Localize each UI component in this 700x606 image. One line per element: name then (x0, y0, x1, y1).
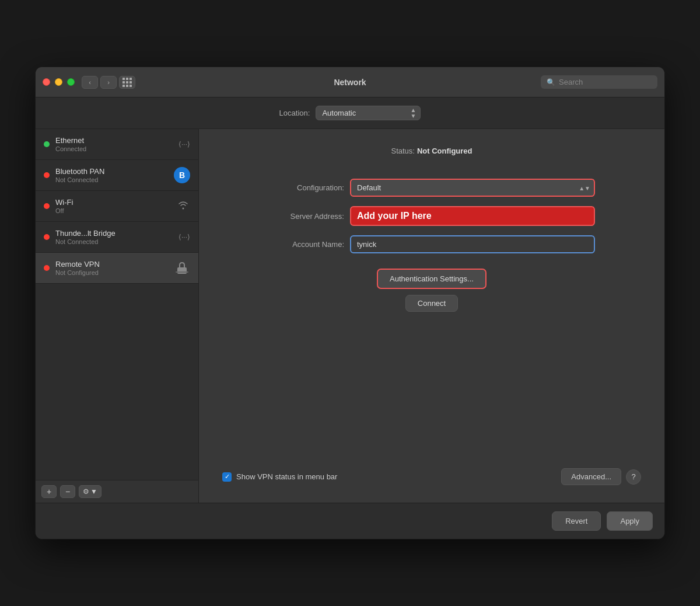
sidebar-item-status: Connected (55, 145, 173, 152)
sidebar-item-info-wifi: Wi-Fi Off (55, 198, 170, 214)
search-input[interactable] (559, 78, 652, 86)
show-vpn-checkbox[interactable]: ✓ (222, 472, 232, 482)
sidebar-footer: + − ⚙ ▼ (36, 480, 198, 503)
auth-settings-button[interactable]: Authentication Settings... (377, 269, 487, 289)
location-bar: Location: Automatic ▲▼ (36, 97, 664, 129)
vpn-status-row: ✓ Show VPN status in menu bar (222, 472, 337, 482)
grid-icon (123, 78, 132, 87)
sidebar-item-bluetooth[interactable]: Bluetooth PAN Not Connected B (36, 160, 198, 191)
minimize-button[interactable] (55, 78, 62, 86)
bottom-bar: ✓ Show VPN status in menu bar Advanced..… (222, 468, 641, 485)
bluetooth-icon: B (174, 167, 190, 183)
nav-buttons: ‹ › (82, 76, 117, 89)
search-bar[interactable]: 🔍 (541, 75, 657, 89)
wifi-icon (176, 200, 190, 213)
revert-button[interactable]: Revert (552, 511, 601, 531)
server-address-row: Server Address: (268, 206, 595, 226)
sidebar-item-name: Ethernet (55, 136, 173, 145)
status-row: Status: Not Configured (222, 147, 641, 155)
sidebar-item-vpn[interactable]: Remote VPN Not Configured (36, 253, 198, 284)
forward-button[interactable]: › (100, 76, 117, 89)
status-dot-red-vpn (44, 265, 50, 271)
svg-rect-1 (177, 267, 187, 274)
svg-rect-2 (176, 271, 188, 273)
server-address-label: Server Address: (268, 212, 350, 221)
sidebar-item-status-tb: Not Connected (55, 238, 173, 245)
location-select-wrapper: Automatic ▲▼ (316, 106, 421, 120)
gear-dropdown-icon: ▼ (90, 487, 97, 496)
sidebar-item-info-vpn: Remote VPN Not Configured (55, 260, 168, 276)
sidebar-item-status-bluetooth: Not Connected (55, 176, 168, 183)
sidebar-item-info-tb: Thunde...lt Bridge Not Connected (55, 229, 173, 245)
add-button[interactable]: + (41, 485, 57, 498)
sidebar-item-status-vpn: Not Configured (55, 269, 168, 276)
configuration-label: Configuration: (268, 183, 350, 192)
help-button[interactable]: ? (626, 469, 641, 485)
sidebar-item-name-tb: Thunde...lt Bridge (55, 229, 173, 238)
close-button[interactable] (43, 78, 50, 86)
status-dot-red (44, 172, 50, 178)
show-vpn-label: Show VPN status in menu bar (236, 472, 337, 481)
sidebar-list: Ethernet Connected ⟨···⟩ Bluetooth PAN N… (36, 129, 198, 480)
sidebar-item-info-bluetooth: Bluetooth PAN Not Connected (55, 167, 168, 183)
account-name-input[interactable] (350, 235, 595, 253)
sidebar-item-name-vpn: Remote VPN (55, 260, 168, 269)
sidebar-item-info: Ethernet Connected (55, 136, 173, 152)
status-label: Status: (391, 147, 414, 155)
location-label: Location: (279, 109, 310, 117)
traffic-lights (43, 78, 75, 86)
window-title: Network (334, 78, 366, 87)
status-dot-red-wifi (44, 203, 50, 209)
config-select-wrapper: Default ▲▼ (350, 179, 595, 197)
server-address-input[interactable] (350, 206, 595, 226)
grid-button[interactable] (119, 76, 135, 89)
sidebar: Ethernet Connected ⟨···⟩ Bluetooth PAN N… (36, 129, 199, 503)
connect-button[interactable]: Connect (405, 295, 458, 312)
titlebar: ‹ › Network 🔍 (36, 67, 664, 97)
apply-button[interactable]: Apply (607, 511, 653, 531)
account-name-label: Account Name: (268, 240, 350, 249)
content-area: Ethernet Connected ⟨···⟩ Bluetooth PAN N… (36, 129, 664, 503)
sidebar-item-ethernet[interactable]: Ethernet Connected ⟨···⟩ (36, 129, 198, 160)
account-name-row: Account Name: (268, 235, 595, 253)
svg-point-0 (183, 207, 184, 209)
bottom-right-buttons: Advanced... ? (561, 468, 641, 485)
gear-button[interactable]: ⚙ ▼ (79, 485, 102, 498)
remove-button[interactable]: − (60, 485, 75, 498)
sidebar-item-name-bluetooth: Bluetooth PAN (55, 167, 168, 176)
form-area: Configuration: Default ▲▼ Server Address… (222, 179, 641, 312)
window: ‹ › Network 🔍 Location: Automatic ▲▼ (35, 67, 665, 539)
buttons-row: Authentication Settings... Connect (377, 269, 487, 312)
search-icon: 🔍 (547, 78, 555, 86)
arrows-icon-tb: ⟨···⟩ (178, 233, 190, 241)
configuration-select[interactable]: Default (350, 179, 595, 197)
sidebar-item-wifi[interactable]: Wi-Fi Off (36, 191, 198, 222)
advanced-button[interactable]: Advanced... (561, 468, 621, 485)
configuration-row: Configuration: Default ▲▼ (268, 179, 595, 197)
main-panel: Status: Not Configured Configuration: De… (199, 129, 664, 503)
status-dot-green (44, 141, 50, 147)
lock-icon (174, 260, 190, 276)
window-footer: Revert Apply (36, 503, 664, 539)
sidebar-item-name-wifi: Wi-Fi (55, 198, 170, 207)
status-value: Not Configured (417, 147, 473, 155)
sidebar-item-status-wifi: Off (55, 207, 170, 214)
back-button[interactable]: ‹ (82, 76, 98, 89)
maximize-button[interactable] (67, 78, 75, 86)
status-dot-red-tb (44, 234, 50, 240)
location-select[interactable]: Automatic (316, 106, 421, 120)
sidebar-item-thunderbolt[interactable]: Thunde...lt Bridge Not Connected ⟨···⟩ (36, 222, 198, 253)
arrows-icon: ⟨···⟩ (178, 140, 190, 148)
gear-icon: ⚙ (83, 487, 89, 496)
